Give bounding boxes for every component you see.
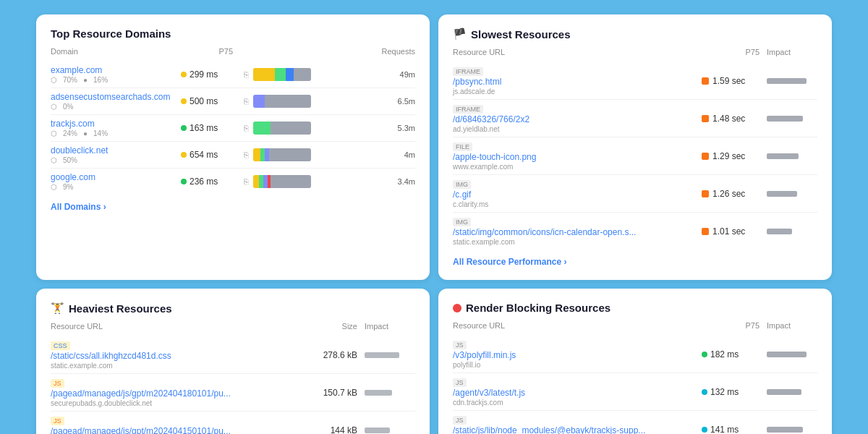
hr-impact-bar (365, 352, 399, 358)
stacked-bar (253, 95, 311, 108)
slowest-flag-icon: 🏴 (453, 27, 467, 41)
hr-impact-bar (365, 390, 392, 396)
resource-domain: js.adscale.de (453, 88, 702, 95)
domain-link[interactable]: trackjs.com (51, 119, 95, 129)
domain-meta: ⬡9% (51, 183, 181, 191)
copy-icon[interactable]: ⎘ (244, 150, 249, 159)
copy-icon[interactable]: ⎘ (244, 70, 249, 79)
hr-size-value: 278.6 kB (299, 350, 365, 360)
requests-value: 49m (379, 70, 415, 79)
heaviest-rows: CSS /static/css/all.ikhghzcd481d.css sta… (51, 336, 415, 434)
dashboard: Top Resource Domains Domain P75 Requests… (36, 14, 832, 434)
rb-domain: polyfill.io (453, 361, 702, 369)
render-blocking-rows: JS /v3/polyfill.min.js polyfill.io 182 m… (453, 336, 817, 434)
sr-p75-col-header: P75 (702, 48, 767, 56)
stacked-bar (253, 122, 311, 135)
p75-col-header: P75 (181, 47, 239, 56)
rb-p75-value: 141 ms (702, 425, 760, 435)
top-domain-row: adsensecustomsearchads.com ⬡0% 500 ms ⎘ … (51, 88, 415, 115)
rb-p75-col-header: P75 (702, 321, 767, 330)
rb-p75-dot (702, 427, 707, 433)
heaviest-resources-card: 🏋 Heaviest Resources Resource URL Size I… (36, 289, 430, 434)
all-domains-link[interactable]: All Domains › (51, 202, 415, 212)
hr-type-badge: JS (51, 417, 64, 425)
hr-size-value: 144 kB (299, 425, 365, 435)
domain-link[interactable]: google.com (51, 172, 95, 182)
p75-value: 299 ms (181, 69, 233, 80)
domain-link[interactable]: adsensecustomsearchads.com (51, 92, 170, 102)
requests-col-header: Requests (379, 47, 415, 56)
timing-indicator (702, 115, 709, 122)
hr-url-col-header: Resource URL (51, 322, 299, 331)
top-domain-row: doubleclick.net ⬡50% 654 ms ⎘ 4m (51, 142, 415, 169)
impact-bar (767, 78, 807, 84)
p75-value: 236 ms (181, 176, 233, 187)
top-domains-rows: example.com ⬡70% ●16% 299 ms ⎘ 49m adsen… (51, 61, 415, 195)
domain-link[interactable]: doubleclick.net (51, 145, 108, 156)
sr-timing-value: 1.01 sec (702, 226, 760, 237)
hr-url-link[interactable]: /pagead/managed/js/gpt/m202404180101/pu.… (51, 388, 231, 399)
hr-domain: securepubads.g.doubleclick.net (51, 399, 299, 407)
all-resource-performance-link[interactable]: All Resource Performance › (453, 257, 817, 267)
domain-meta: ⬡50% (51, 156, 181, 164)
copy-icon[interactable]: ⎘ (244, 97, 249, 106)
render-blocking-row: JS /agent/v3/latest/t.js cdn.trackjs.com… (453, 373, 817, 411)
top-domains-title-text: Top Resource Domains (51, 27, 171, 40)
sr-timing-value: 1.48 sec (702, 114, 760, 124)
resource-url-link[interactable]: /static/img/common/icons/icn-calendar-op… (453, 227, 636, 237)
impact-bar (767, 229, 792, 234)
rb-p75-value: 182 ms (702, 349, 760, 359)
heaviest-icon: 🏋 (51, 302, 64, 315)
top-domains-col-headers: Domain P75 Requests (51, 47, 415, 57)
resource-type-badge: IMG (453, 218, 471, 226)
requests-value: 4m (379, 150, 415, 159)
p75-dot (181, 125, 187, 131)
rb-type-badge: JS (453, 341, 467, 349)
slowest-row: IFRAME /d/6846326/766/2x2 ad.yieldlab.ne… (453, 100, 817, 137)
rb-p75-dot (702, 352, 707, 357)
rb-url-link[interactable]: /v3/polyfill.min.js (453, 350, 516, 360)
sr-url-col-header: Resource URL (453, 48, 702, 56)
rb-url-link[interactable]: /agent/v3/latest/t.js (453, 388, 525, 398)
copy-icon[interactable]: ⎘ (244, 177, 249, 186)
slowest-col-headers: Resource URL P75 Impact (453, 48, 817, 58)
rb-p75-value: 132 ms (702, 387, 760, 397)
copy-icon[interactable]: ⎘ (244, 124, 249, 132)
impact-bar (767, 116, 803, 122)
sr-timing-value: 1.59 sec (702, 76, 760, 86)
heaviest-title: 🏋 Heaviest Resources (51, 302, 415, 315)
sr-timing-value: 1.29 sec (702, 151, 760, 161)
hr-url-link[interactable]: /static/css/all.ikhghzcd481d.css (51, 351, 171, 361)
domain-link[interactable]: example.com (51, 65, 102, 75)
hr-type-badge: JS (51, 379, 64, 388)
p75-value: 163 ms (181, 123, 233, 133)
hr-url-link[interactable]: /pagead/managed/js/gpt/m202404150101/pu.… (51, 426, 231, 434)
resource-domain: static.example.com (453, 238, 702, 246)
slowest-row: IFRAME /pbsync.html js.adscale.de 1.59 s… (453, 62, 817, 100)
domain-meta: ⬡24% ●14% (51, 129, 181, 137)
resource-url-link[interactable]: /apple-touch-icon.png (453, 152, 536, 162)
stacked-bar (253, 68, 311, 81)
hr-type-badge: CSS (51, 341, 70, 350)
rb-impact-bar (767, 389, 801, 395)
hr-size-value: 150.7 kB (299, 388, 365, 398)
slowest-resources-card: 🏴 Slowest Resources Resource URL P75 Imp… (438, 14, 832, 280)
render-blocking-row: JS /v3/polyfill.min.js polyfill.io 182 m… (453, 336, 817, 373)
top-resource-domains-card: Top Resource Domains Domain P75 Requests… (36, 14, 430, 280)
rb-url-link[interactable]: /static/js/lib/node_modules/@ebayk/track… (453, 425, 645, 434)
hr-domain: static.example.com (51, 362, 299, 370)
resource-domain: www.example.com (453, 163, 702, 171)
timing-indicator (702, 77, 709, 85)
slowest-title-text: Slowest Resources (471, 28, 571, 41)
resource-url-link[interactable]: /pbsync.html (453, 77, 501, 87)
resource-type-badge: IMG (453, 180, 471, 189)
slowest-row: FILE /apple-touch-icon.png www.example.c… (453, 137, 817, 175)
domain-col-header: Domain (51, 47, 181, 56)
resource-type-badge: IFRAME (453, 67, 483, 76)
impact-bar (767, 191, 797, 197)
rb-impact-bar (767, 352, 807, 357)
p75-dot (181, 98, 187, 104)
resource-url-link[interactable]: /d/6846326/766/2x2 (453, 114, 529, 124)
resource-url-link[interactable]: /c.gif (453, 190, 471, 200)
hr-size-col-header: Size (299, 322, 365, 331)
